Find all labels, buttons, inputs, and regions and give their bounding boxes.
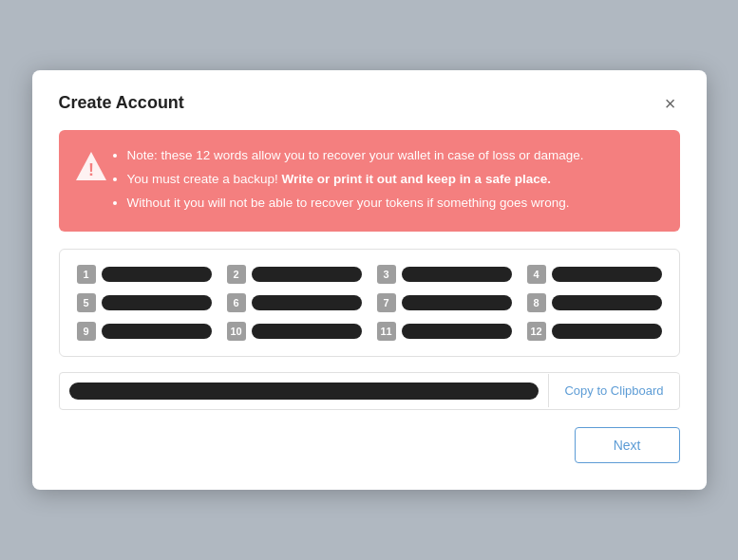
seed-word-5 — [102, 295, 212, 310]
seed-num-4: 4 — [527, 265, 546, 284]
seed-word-1 — [102, 267, 212, 282]
seed-num-5: 5 — [77, 293, 96, 312]
warning-bullet-1: Note: these 12 words allow you to recove… — [127, 145, 584, 167]
close-button[interactable]: × — [661, 94, 680, 113]
copy-to-clipboard-button[interactable]: Copy to Clipboard — [548, 374, 678, 407]
seed-item-6: 6 — [227, 293, 362, 312]
seed-word-12 — [552, 324, 662, 339]
warning-box: ! Note: these 12 words allow you to reco… — [59, 130, 680, 232]
seed-item-3: 3 — [377, 265, 512, 284]
seed-grid-container: 1 2 3 4 5 — [59, 249, 680, 357]
seed-num-2: 2 — [227, 265, 246, 284]
seed-num-3: 3 — [377, 265, 396, 284]
warning-text: Note: these 12 words allow you to recove… — [123, 145, 584, 216]
seed-item-4: 4 — [527, 265, 662, 284]
seed-item-5: 5 — [77, 293, 212, 312]
modal-overlay: Create Account × ! Note: these 12 words … — [0, 0, 738, 560]
seed-word-8 — [552, 295, 662, 310]
seed-item-11: 11 — [377, 322, 512, 341]
seed-word-9 — [102, 324, 212, 339]
svg-text:!: ! — [88, 160, 94, 179]
create-account-modal: Create Account × ! Note: these 12 words … — [32, 70, 707, 490]
seed-item-10: 10 — [227, 322, 362, 341]
next-button[interactable]: Next — [575, 427, 680, 463]
modal-header: Create Account × — [59, 93, 680, 113]
seed-num-1: 1 — [77, 265, 96, 284]
seed-item-8: 8 — [527, 293, 662, 312]
seed-item-1: 1 — [77, 265, 212, 284]
seed-num-12: 12 — [527, 322, 546, 341]
warning-bullet-2-bold: Write or print it out and keep in a safe… — [278, 172, 551, 186]
seed-num-9: 9 — [77, 322, 96, 341]
modal-title: Create Account — [59, 93, 184, 113]
seed-word-3 — [402, 267, 512, 282]
warning-icon: ! — [72, 147, 110, 185]
warning-bullet-2-normal: You must create a backup! — [127, 172, 278, 186]
seed-num-10: 10 — [227, 322, 246, 341]
seed-num-6: 6 — [227, 293, 246, 312]
seed-num-11: 11 — [377, 322, 396, 341]
seed-item-7: 7 — [377, 293, 512, 312]
seed-word-10 — [252, 324, 362, 339]
footer-row: Next — [59, 427, 680, 463]
seed-word-4 — [552, 267, 662, 282]
seed-num-7: 7 — [377, 293, 396, 312]
warning-bullet-3: Without it you will not be able to recov… — [127, 193, 584, 215]
seed-item-2: 2 — [227, 265, 362, 284]
seed-word-7 — [402, 295, 512, 310]
seed-num-8: 8 — [527, 293, 546, 312]
seed-item-12: 12 — [527, 322, 662, 341]
seed-word-2 — [252, 267, 362, 282]
clipboard-row: Copy to Clipboard — [59, 372, 680, 410]
seed-item-9: 9 — [77, 322, 212, 341]
clipboard-phrase — [69, 383, 539, 400]
seed-word-11 — [402, 324, 512, 339]
seed-word-6 — [252, 295, 362, 310]
warning-bullet-2: You must create a backup! Write or print… — [127, 169, 584, 191]
seed-grid: 1 2 3 4 5 — [77, 265, 662, 341]
